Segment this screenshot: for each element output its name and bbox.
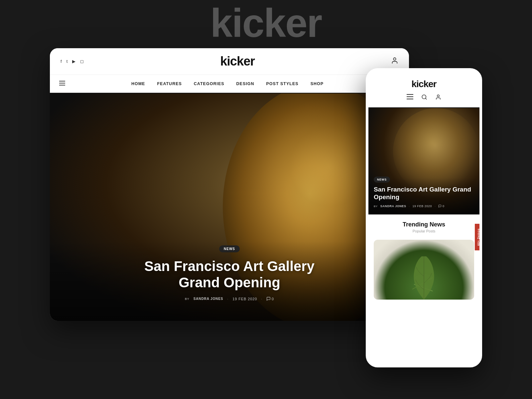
hero-date: 19 FEB 2020 bbox=[232, 297, 257, 301]
svg-rect-2 bbox=[59, 83, 65, 83]
phone-trending-subtitle: Popular Posts bbox=[374, 229, 474, 233]
tablet-logo[interactable]: kicker bbox=[220, 54, 255, 68]
phone-comments: 0 bbox=[438, 204, 445, 208]
svg-line-10 bbox=[425, 98, 426, 99]
nav-shop[interactable]: SHOP bbox=[311, 81, 324, 86]
phone-user-icon[interactable] bbox=[435, 94, 441, 102]
instagram-icon[interactable]: ◻ bbox=[80, 59, 84, 64]
hero-author[interactable]: SANDRA JONES bbox=[194, 297, 223, 301]
svg-rect-8 bbox=[407, 99, 413, 99]
youtube-icon[interactable]: ▶ bbox=[72, 59, 75, 64]
tablet-nav: HOME FEATURES CATEGORIES DESIGN POST STY… bbox=[50, 75, 409, 93]
phone-search-icon[interactable] bbox=[421, 94, 427, 102]
phone-logo[interactable]: kicker bbox=[375, 79, 473, 89]
phone-trending-card[interactable] bbox=[374, 240, 474, 300]
phone-nav-icons bbox=[375, 94, 473, 103]
tablet-hero: NEWS San Francisco Art Gallery Grand Ope… bbox=[50, 93, 409, 321]
hero-by-label: BY bbox=[185, 297, 190, 301]
tablet-social-icons: f t ▶ ◻ bbox=[61, 59, 84, 64]
hero-comments: 0 bbox=[266, 297, 274, 301]
scene: f t ▶ ◻ kicker bbox=[50, 48, 482, 364]
phone-hamburger-icon[interactable] bbox=[407, 94, 413, 102]
tablet-hero-badge: NEWS bbox=[219, 245, 240, 252]
nav-design[interactable]: DESIGN bbox=[236, 81, 254, 86]
svg-rect-3 bbox=[59, 85, 65, 85]
background-title: kicker bbox=[210, 0, 322, 46]
nav-post-styles[interactable]: POST STYLES bbox=[266, 81, 299, 86]
nav-categories[interactable]: CATEGORIES bbox=[194, 81, 224, 86]
phone-trending-title: Trending News bbox=[374, 221, 474, 228]
facebook-icon[interactable]: f bbox=[61, 59, 62, 64]
phone-by-label: BY bbox=[374, 205, 378, 208]
svg-point-11 bbox=[437, 95, 439, 97]
nav-features[interactable]: FEATURES bbox=[157, 81, 182, 86]
tablet-hero-meta: BY SANDRA JONES · 19 FEB 2020 · 0 bbox=[50, 297, 409, 301]
svg-rect-7 bbox=[407, 96, 413, 97]
phone-author[interactable]: SANDRA JONES bbox=[380, 204, 406, 208]
tablet-header: f t ▶ ◻ kicker bbox=[50, 48, 409, 75]
tablet-hero-content: NEWS San Francisco Art Gallery Grand Ope… bbox=[50, 245, 409, 301]
phone-hero-title: San Francisco Art Gallery Grand Opening bbox=[374, 186, 474, 201]
tablet-user-icon[interactable] bbox=[391, 57, 398, 66]
svg-rect-6 bbox=[407, 94, 413, 95]
phone-date: 19 FEB 2020 bbox=[412, 204, 432, 208]
phone-hero-badge: NEWS bbox=[374, 177, 390, 183]
tablet-hero-title: San Francisco Art Gallery Grand Opening bbox=[136, 258, 323, 291]
phone-trending-section: Trending News Popular Posts bbox=[368, 214, 479, 237]
tablet-device: f t ▶ ◻ kicker bbox=[50, 48, 409, 321]
twitter-icon[interactable]: t bbox=[66, 59, 68, 64]
svg-rect-1 bbox=[59, 81, 65, 81]
nav-home[interactable]: HOME bbox=[131, 81, 145, 86]
phone-inner: kicker bbox=[368, 71, 479, 365]
tablet-nav-items: HOME FEATURES CATEGORIES DESIGN POST STY… bbox=[74, 81, 380, 86]
phone-hero-content: NEWS San Francisco Art Gallery Grand Ope… bbox=[374, 176, 474, 208]
svg-point-0 bbox=[393, 58, 396, 60]
demos-tab[interactable]: 60+ Demos bbox=[475, 224, 479, 250]
phone-hero-meta: BY SANDRA JONES · 19 FEB 2020 · 0 bbox=[374, 204, 474, 208]
phone-hero: NEWS San Francisco Art Gallery Grand Ope… bbox=[368, 108, 479, 214]
phone-device: kicker bbox=[366, 68, 482, 367]
phone-header: kicker bbox=[368, 71, 479, 107]
hamburger-menu-icon[interactable] bbox=[59, 81, 65, 87]
